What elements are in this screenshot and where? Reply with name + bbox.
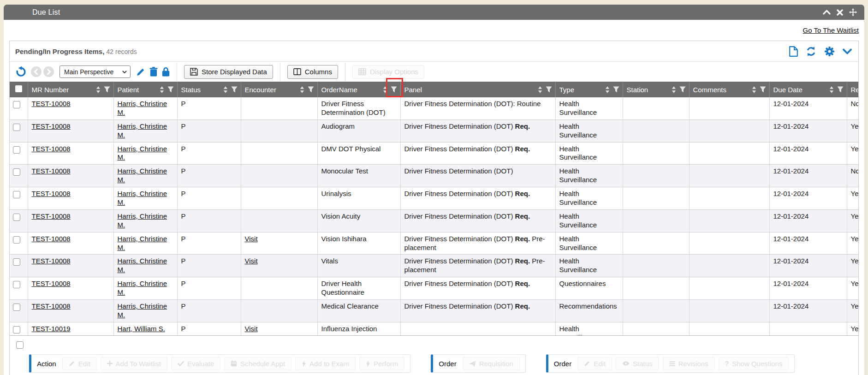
filter-icon[interactable] — [760, 86, 766, 93]
mr-number-link[interactable]: TEST-10008 — [32, 167, 71, 175]
encounter-link[interactable]: Visit — [245, 257, 258, 265]
patient-link[interactable]: Harris, Christine M. — [118, 167, 167, 184]
filter-icon[interactable] — [231, 86, 238, 93]
row-checkbox[interactable] — [13, 304, 20, 311]
filter-icon[interactable] — [308, 86, 314, 93]
column-header-req[interactable]: Required — [847, 82, 858, 97]
mr-number-link[interactable]: TEST-10008 — [32, 302, 71, 310]
column-header-order[interactable]: OrderName — [317, 82, 400, 97]
row-checkbox[interactable] — [13, 168, 20, 176]
order-edit-button[interactable]: Edit — [577, 357, 612, 370]
action-add-to-exam-button[interactable]: Add to Exam — [295, 357, 356, 370]
mr-number-link[interactable]: TEST-10008 — [32, 122, 71, 130]
lock-perspective-icon[interactable] — [162, 67, 170, 77]
sort-icon[interactable] — [752, 86, 756, 93]
move-window-icon[interactable] — [849, 8, 857, 16]
select-all-checkbox[interactable] — [15, 85, 22, 92]
column-header-comments[interactable]: Comments — [689, 82, 769, 97]
column-header-due[interactable]: Due Date — [769, 82, 847, 97]
column-header-status[interactable]: Status — [177, 82, 241, 97]
patient-link[interactable]: Harris, Christine M. — [118, 122, 167, 139]
panel-collapse-chevron-icon[interactable] — [843, 48, 852, 54]
edit-perspective-pencil-icon[interactable] — [136, 67, 145, 77]
gear-icon[interactable] — [824, 46, 835, 57]
row-checkbox[interactable] — [13, 124, 20, 131]
patient-link[interactable]: Harris, Christine M. — [118, 302, 167, 319]
window-titlebar[interactable]: Due List — [4, 5, 864, 20]
new-document-icon[interactable] — [789, 46, 798, 57]
footer-row-checkbox[interactable] — [16, 341, 24, 349]
action-schedule-appt-button[interactable]: Schedule Appt — [224, 357, 291, 370]
order-revisions-button[interactable]: Revisions — [663, 357, 715, 370]
column-header-select-all[interactable] — [10, 82, 28, 97]
filter-icon[interactable] — [546, 86, 552, 93]
filter-icon[interactable] — [104, 86, 110, 93]
filter-icon[interactable] — [167, 86, 174, 93]
row-checkbox[interactable] — [13, 146, 20, 154]
waitlist-link[interactable]: Go To The Waitlist — [803, 26, 859, 34]
columns-button[interactable]: Columns — [287, 65, 338, 79]
order-show-questions-button[interactable]: ?Show Questions — [719, 357, 789, 370]
encounter-link[interactable]: Visit — [245, 235, 258, 243]
undo-icon[interactable] — [15, 66, 27, 77]
mr-number-link[interactable]: TEST-10008 — [32, 212, 71, 220]
refresh-icon[interactable] — [806, 46, 816, 57]
column-header-station[interactable]: Station — [623, 82, 689, 97]
mr-number-link[interactable]: TEST-10008 — [32, 280, 71, 287]
filter-icon[interactable] — [679, 86, 686, 93]
mr-number-link[interactable]: TEST-10008 — [32, 100, 71, 107]
perspective-select[interactable]: Main Perspective — [59, 65, 131, 78]
patient-link[interactable]: Harris, Christine M. — [118, 100, 167, 116]
column-header-panel[interactable]: Panel — [400, 82, 555, 97]
sort-icon[interactable] — [383, 86, 387, 93]
action-add-to-waitlist-button[interactable]: Add To Waitlist — [101, 357, 167, 370]
mr-number-link[interactable]: TEST-10008 — [32, 257, 71, 265]
encounter-link[interactable]: Visit — [245, 325, 258, 333]
patient-link[interactable]: Harris, Christine M. — [118, 212, 167, 229]
patient-link[interactable]: Harris, Christine M. — [118, 190, 167, 206]
next-perspective-button[interactable] — [43, 66, 54, 77]
close-window-icon[interactable] — [837, 9, 843, 16]
display-options-button[interactable]: Display Options — [352, 65, 424, 79]
order-status-button[interactable]: Status — [616, 357, 659, 370]
collapse-window-icon[interactable] — [823, 10, 831, 15]
row-checkbox[interactable] — [13, 191, 20, 198]
mr-number-link[interactable]: TEST-10008 — [32, 235, 71, 243]
sort-icon[interactable] — [829, 86, 834, 93]
column-header-encounter[interactable]: Encounter — [241, 82, 317, 97]
sort-icon[interactable] — [160, 86, 164, 93]
row-checkbox[interactable] — [13, 101, 20, 108]
sort-icon[interactable] — [300, 86, 304, 93]
previous-perspective-button[interactable] — [31, 66, 42, 77]
sort-icon[interactable] — [605, 86, 610, 93]
column-header-patient[interactable]: Patient — [113, 82, 177, 97]
sort-icon[interactable] — [538, 86, 542, 93]
sort-icon[interactable] — [223, 86, 228, 93]
store-displayed-data-button[interactable]: Store Displayed Data — [184, 65, 273, 79]
column-header-mr[interactable]: MR Number — [28, 82, 113, 97]
sort-icon[interactable] — [96, 86, 101, 93]
patient-link[interactable]: Harris, Christine M. — [118, 257, 167, 274]
row-checkbox[interactable] — [13, 236, 20, 244]
row-checkbox[interactable] — [13, 258, 20, 266]
action-evaluate-button[interactable]: Evaluate — [171, 357, 220, 370]
patient-link[interactable]: Hart, William S. — [118, 325, 165, 333]
filter-icon[interactable] — [391, 86, 397, 93]
action-perform-button[interactable]: Perform — [359, 357, 404, 370]
patient-link[interactable]: Harris, Christine M. — [118, 280, 167, 296]
delete-perspective-trash-icon[interactable] — [149, 67, 158, 77]
patient-link[interactable]: Harris, Christine M. — [118, 235, 167, 251]
column-header-type[interactable]: Type — [555, 82, 623, 97]
order-requisition-button[interactable]: Requisition — [463, 357, 520, 370]
mr-number-link[interactable]: TEST-10008 — [32, 190, 71, 197]
filter-icon[interactable] — [613, 86, 619, 93]
patient-link[interactable]: Harris, Christine M. — [118, 145, 167, 161]
action-edit-button[interactable]: Edit — [62, 357, 97, 370]
row-checkbox[interactable] — [13, 281, 20, 288]
mr-number-link[interactable]: TEST-10008 — [32, 145, 71, 153]
filter-icon[interactable] — [837, 86, 844, 93]
row-checkbox[interactable] — [13, 326, 20, 333]
sort-icon[interactable] — [672, 86, 676, 93]
mr-number-link[interactable]: TEST-10019 — [32, 325, 71, 333]
row-checkbox[interactable] — [13, 214, 20, 221]
